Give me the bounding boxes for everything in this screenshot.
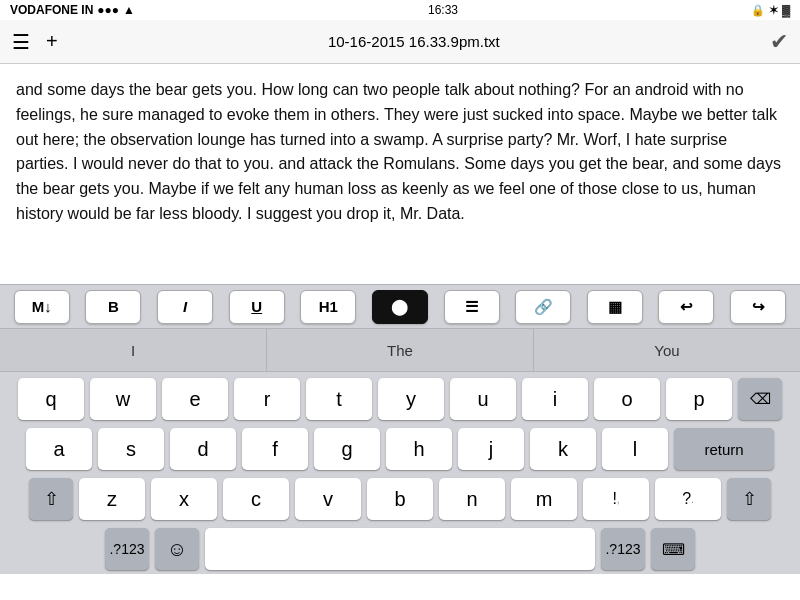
document-title: 10-16-2015 16.33.9pm.txt [58, 33, 770, 50]
format-toolbar: M↓ B I U H1 ⬤ ☰ 🔗 ▦ ↩ ↪ [0, 284, 800, 329]
key-question[interactable]: ?. [655, 478, 721, 520]
key-u[interactable]: u [450, 378, 516, 420]
key-z[interactable]: z [79, 478, 145, 520]
key-r[interactable]: r [234, 378, 300, 420]
key-g[interactable]: g [314, 428, 380, 470]
italic-button[interactable]: I [157, 290, 213, 324]
status-bar: VODAFONE IN ●●● ▲ 16:33 🔒 ✶ ▓ [0, 0, 800, 20]
key-j[interactable]: j [458, 428, 524, 470]
key-s[interactable]: s [98, 428, 164, 470]
markdown-toggle-button[interactable]: M↓ [14, 290, 70, 324]
image-button[interactable]: ▦ [587, 290, 643, 324]
done-button[interactable]: ✔ [770, 29, 788, 55]
keyboard-row-4: .?123 ☺ .?123 ⌨ [3, 528, 797, 570]
shift-key[interactable]: ⇧ [29, 478, 73, 520]
battery-icon: ▓ [782, 4, 790, 16]
autocomplete-bar: I The You [0, 329, 800, 372]
key-e[interactable]: e [162, 378, 228, 420]
key-k[interactable]: k [530, 428, 596, 470]
key-f[interactable]: f [242, 428, 308, 470]
shift-key-right[interactable]: ⇧ [727, 478, 771, 520]
underline-button[interactable]: U [229, 290, 285, 324]
key-q[interactable]: q [18, 378, 84, 420]
key-exclaim[interactable]: !, [583, 478, 649, 520]
key-h[interactable]: h [386, 428, 452, 470]
signal-icon: ●●● [97, 3, 119, 17]
key-l[interactable]: l [602, 428, 668, 470]
undo-button[interactable]: ↩ [658, 290, 714, 324]
nav-bar: ☰ + 10-16-2015 16.33.9pm.txt ✔ [0, 20, 800, 64]
status-left: VODAFONE IN ●●● ▲ [10, 3, 135, 17]
autocomplete-item-you[interactable]: You [534, 329, 800, 371]
number-key-left[interactable]: .?123 [105, 528, 149, 570]
bluetooth-icon: ✶ [769, 4, 778, 17]
carrier-text: VODAFONE IN [10, 3, 93, 17]
status-time: 16:33 [428, 3, 458, 17]
key-p[interactable]: p [666, 378, 732, 420]
key-b[interactable]: b [367, 478, 433, 520]
keyboard-hide-key[interactable]: ⌨ [651, 528, 695, 570]
add-button[interactable]: + [46, 30, 58, 53]
text-content-area[interactable]: and some days the bear gets you. How lon… [0, 64, 800, 284]
emoji-key[interactable]: ☺ [155, 528, 199, 570]
status-right: 🔒 ✶ ▓ [751, 4, 790, 17]
key-m[interactable]: m [511, 478, 577, 520]
space-key[interactable] [205, 528, 595, 570]
key-o[interactable]: o [594, 378, 660, 420]
key-a[interactable]: a [26, 428, 92, 470]
key-x[interactable]: x [151, 478, 217, 520]
lock-icon: 🔒 [751, 4, 765, 17]
link-button[interactable]: 🔗 [515, 290, 571, 324]
autocomplete-item-the[interactable]: The [267, 329, 534, 371]
key-y[interactable]: y [378, 378, 444, 420]
key-n[interactable]: n [439, 478, 505, 520]
keyboard-row-1: q w e r t y u i o p ⌫ [3, 378, 797, 420]
keyboard-row-2: a s d f g h j k l return [3, 428, 797, 470]
keyboard-row-3: ⇧ z x c v b n m !, ?. ⇧ [3, 478, 797, 520]
key-i[interactable]: i [522, 378, 588, 420]
bold-button[interactable]: B [85, 290, 141, 324]
return-key[interactable]: return [674, 428, 774, 470]
key-d[interactable]: d [170, 428, 236, 470]
menu-button[interactable]: ☰ [12, 30, 30, 54]
redo-button[interactable]: ↪ [730, 290, 786, 324]
autocomplete-item-i[interactable]: I [0, 329, 267, 371]
keyboard: q w e r t y u i o p ⌫ a s d f g h j k l … [0, 372, 800, 574]
wifi-icon: ▲ [123, 3, 135, 17]
record-button[interactable]: ⬤ [372, 290, 428, 324]
bullet-list-button[interactable]: ☰ [444, 290, 500, 324]
key-v[interactable]: v [295, 478, 361, 520]
document-text: and some days the bear gets you. How lon… [16, 78, 784, 227]
key-c[interactable]: c [223, 478, 289, 520]
backspace-key[interactable]: ⌫ [738, 378, 782, 420]
key-t[interactable]: t [306, 378, 372, 420]
number-key-right[interactable]: .?123 [601, 528, 645, 570]
heading-button[interactable]: H1 [300, 290, 356, 324]
nav-left: ☰ + [12, 30, 58, 54]
key-w[interactable]: w [90, 378, 156, 420]
